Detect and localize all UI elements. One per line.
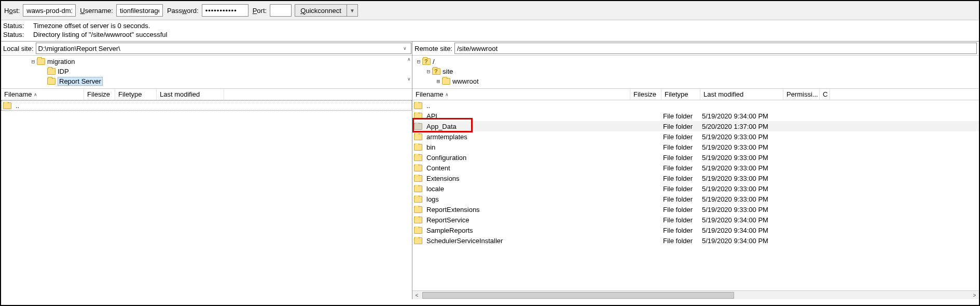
chevron-down-icon[interactable]: ∨ xyxy=(403,46,410,51)
scroll-down-icon[interactable]: ∨ xyxy=(407,76,411,82)
file-modified: 5/19/2020 9:34:00 PM xyxy=(702,237,785,245)
file-name: SchedulerServiceInstaller xyxy=(426,237,503,245)
list-item[interactable]: ExtensionsFile folder5/19/2020 9:33:00 P… xyxy=(412,173,979,183)
connection-toolbar: Host: Username: Password: Port: Quickcon… xyxy=(1,1,979,20)
local-file-list[interactable]: Filename∧ Filesize Filetype Last modifie… xyxy=(1,89,412,299)
list-item[interactable]: APIFile folder5/19/2020 9:34:00 PM xyxy=(412,111,979,121)
file-name: locale xyxy=(426,185,444,193)
list-item[interactable]: logsFile folder5/19/2020 9:33:00 PM xyxy=(412,194,979,204)
folder-icon xyxy=(414,185,422,192)
tree-twisty-icon[interactable]: ⊟ xyxy=(415,58,422,65)
scroll-right-icon[interactable]: > xyxy=(970,292,979,298)
folder-icon xyxy=(414,134,422,140)
folder-icon xyxy=(432,68,440,75)
remote-path-input[interactable] xyxy=(454,43,977,54)
local-path-input[interactable] xyxy=(36,43,411,54)
folder-icon xyxy=(414,102,422,109)
folder-icon xyxy=(414,154,422,161)
horizontal-scrollbar[interactable]: < > xyxy=(412,290,979,299)
tree-label: site xyxy=(443,68,453,75)
scroll-left-icon[interactable]: < xyxy=(412,292,421,298)
list-item[interactable]: ContentFile folder5/19/2020 9:33:00 PM xyxy=(412,163,979,173)
list-item[interactable]: .. xyxy=(1,100,412,111)
local-panel: Local site: ∨ ∧∨ ⊟migrationIDPReport Ser… xyxy=(1,42,412,299)
remote-list-header[interactable]: Filename∧ Filesize Filetype Last modifie… xyxy=(412,89,979,100)
file-name: Configuration xyxy=(426,154,466,162)
scroll-up-icon[interactable]: ∧ xyxy=(407,57,411,62)
tree-item[interactable]: IDP xyxy=(1,66,412,76)
local-tree[interactable]: ∧∨ ⊟migrationIDPReport Server xyxy=(1,56,412,89)
remote-tree[interactable]: ⊟/⊟site⊞wwwroot xyxy=(412,56,979,89)
port-input[interactable] xyxy=(270,4,292,17)
file-type: File folder xyxy=(663,143,702,151)
local-site-label: Local site: xyxy=(3,45,34,52)
host-input[interactable] xyxy=(23,4,76,17)
file-modified: 5/19/2020 9:33:00 PM xyxy=(702,154,785,162)
tree-item[interactable]: ⊟migration xyxy=(1,57,412,66)
folder-icon xyxy=(414,206,422,213)
scrollbar-thumb[interactable] xyxy=(422,292,734,299)
file-modified: 5/19/2020 9:34:00 PM xyxy=(702,216,785,224)
tree-item[interactable]: ⊟/ xyxy=(412,57,979,66)
tree-label: IDP xyxy=(58,68,69,75)
list-item[interactable]: ReportExtensionsFile folder5/19/2020 9:3… xyxy=(412,204,979,215)
file-type: File folder xyxy=(663,206,702,214)
quickconnect-dropdown[interactable]: ▼ xyxy=(347,4,358,17)
tree-twisty-icon[interactable]: ⊟ xyxy=(425,68,432,75)
file-modified: 5/19/2020 9:33:00 PM xyxy=(702,175,785,182)
folder-icon xyxy=(414,144,422,151)
list-item[interactable]: SampleReportsFile folder5/19/2020 9:34:0… xyxy=(412,225,979,235)
quickconnect-button[interactable]: Quickconnect xyxy=(295,4,347,17)
file-modified: 5/19/2020 9:33:00 PM xyxy=(702,206,785,214)
list-item[interactable]: ConfigurationFile folder5/19/2020 9:33:0… xyxy=(412,152,979,163)
file-type: File folder xyxy=(663,227,702,234)
tree-twisty-icon[interactable]: ⊞ xyxy=(435,78,442,85)
log-label: Status: xyxy=(3,21,25,30)
file-name: Content xyxy=(426,164,450,172)
list-item[interactable]: App_DataFile folder5/20/2020 1:37:00 PM xyxy=(412,121,979,131)
sort-asc-icon: ∧ xyxy=(445,92,449,97)
file-name: SampleReports xyxy=(426,227,473,234)
sort-asc-icon: ∧ xyxy=(34,92,37,97)
list-item[interactable]: armtemplatesFile folder5/19/2020 9:33:00… xyxy=(412,131,979,142)
file-name: ReportService xyxy=(426,216,469,224)
list-item[interactable]: localeFile folder5/19/2020 9:33:00 PM xyxy=(412,183,979,194)
password-input[interactable] xyxy=(202,4,249,17)
tree-item[interactable]: ⊟site xyxy=(412,66,979,76)
folder-icon xyxy=(414,175,422,182)
tree-item[interactable]: Report Server xyxy=(1,76,412,86)
file-modified: 5/20/2020 1:37:00 PM xyxy=(702,123,785,130)
list-item[interactable]: ReportServiceFile folder5/19/2020 9:34:0… xyxy=(412,215,979,225)
tree-label: migration xyxy=(47,58,75,65)
tree-item[interactable]: ⊞wwwroot xyxy=(412,76,979,86)
list-item[interactable]: binFile folder5/19/2020 9:33:00 PM xyxy=(412,142,979,152)
message-log: Status:Timezone offset of server is 0 se… xyxy=(1,20,979,42)
list-item[interactable]: SchedulerServiceInstallerFile folder5/19… xyxy=(412,235,979,246)
list-item[interactable]: .. xyxy=(412,100,979,111)
username-label: Username: xyxy=(80,7,113,15)
file-modified: 5/19/2020 9:33:00 PM xyxy=(702,195,785,203)
file-name: API xyxy=(426,112,437,120)
tree-label: Report Server xyxy=(58,77,103,86)
username-input[interactable] xyxy=(116,4,163,17)
remote-file-list[interactable]: Filename∧ Filesize Filetype Last modifie… xyxy=(412,89,979,299)
local-list-header[interactable]: Filename∧ Filesize Filetype Last modifie… xyxy=(1,89,412,100)
file-name: .. xyxy=(426,102,430,110)
folder-icon xyxy=(47,68,56,75)
tree-twisty-icon[interactable]: ⊟ xyxy=(30,58,37,65)
tree-label: wwwroot xyxy=(452,77,479,85)
folder-icon xyxy=(37,58,45,65)
file-modified: 5/19/2020 9:33:00 PM xyxy=(702,164,785,172)
file-type: File folder xyxy=(663,185,702,193)
file-modified: 5/19/2020 9:33:00 PM xyxy=(702,143,785,151)
folder-icon xyxy=(3,102,11,109)
folder-icon xyxy=(414,227,422,234)
folder-icon xyxy=(422,58,431,65)
folder-icon xyxy=(414,113,422,119)
log-message: Directory listing of "/site/wwwroot" suc… xyxy=(33,30,167,39)
file-type: File folder xyxy=(663,133,702,141)
file-type: File folder xyxy=(663,237,702,245)
file-name: App_Data xyxy=(426,123,457,130)
log-label: Status: xyxy=(3,30,25,39)
file-name: ReportExtensions xyxy=(426,206,480,214)
